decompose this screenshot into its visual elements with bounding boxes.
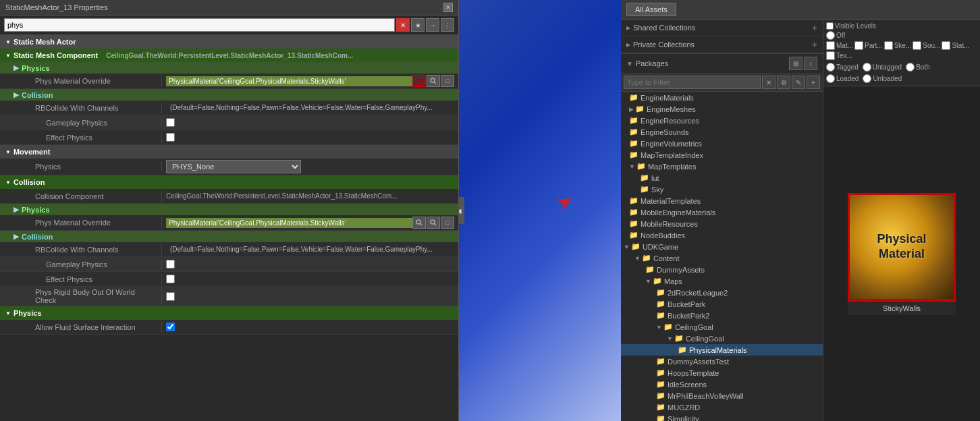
untagged-radio[interactable]: [863, 63, 871, 72]
tree-item-lut[interactable]: 📁 lut: [621, 172, 823, 184]
tree-item-bucketpark2[interactable]: 📁 BucketPark2: [621, 310, 823, 321]
browse-material-button[interactable]: [427, 75, 440, 87]
physics-dropdown[interactable]: PHYS_None: [166, 160, 301, 173]
effect-physics-checkbox[interactable]: [166, 133, 175, 142]
cb-main: ▶ Shared Collections + ▶ Private Collect…: [621, 20, 980, 421]
search-bookmark-button[interactable]: ★: [411, 18, 425, 32]
loaded-label[interactable]: Loaded: [826, 74, 859, 83]
tree-item-hoops-template[interactable]: 📁 HoopsTemplate: [621, 367, 823, 378]
static-mesh-actor-header[interactable]: ▼ Static Mesh Actor: [0, 35, 458, 49]
clear-material-button2[interactable]: □: [441, 217, 454, 229]
tree-item-maps[interactable]: ▼ 📁 Maps: [621, 275, 823, 287]
tree-item-idle-screens[interactable]: 📁 IdleScreens: [621, 378, 823, 390]
all-assets-button[interactable]: All Assets: [626, 3, 676, 16]
movement-section-header[interactable]: ▼ Movement: [0, 145, 458, 159]
close-button[interactable]: ✕: [443, 3, 453, 12]
sou-label[interactable]: Sou...: [913, 41, 940, 50]
use-selected-button[interactable]: [412, 75, 426, 87]
search-options-button[interactable]: ⋮: [441, 18, 454, 32]
tree-item-bucketpark[interactable]: 📁 BucketPark: [621, 298, 823, 310]
collision-subsection-header[interactable]: ▶ Collision: [0, 89, 458, 101]
filter-pencil-button[interactable]: ✎: [792, 76, 805, 89]
private-collections-add[interactable]: +: [812, 39, 817, 50]
gameplay-physics-checkbox[interactable]: [166, 118, 175, 127]
tagged-label[interactable]: Tagged: [826, 63, 859, 72]
filter-add-button[interactable]: +: [807, 76, 820, 89]
filter-input[interactable]: [624, 76, 761, 89]
tree-item-dummy-assets[interactable]: 📁 DummyAssets: [621, 264, 823, 275]
part-label[interactable]: Part...: [854, 41, 883, 50]
tex-checkbox[interactable]: [826, 51, 835, 60]
use-selected-button2[interactable]: [412, 217, 426, 229]
unloaded-radio[interactable]: [863, 74, 871, 83]
tree-item-content[interactable]: ▼ 📁 Content: [621, 252, 823, 264]
filter-options-button[interactable]: ⚙: [777, 76, 790, 89]
phys-rigid-body-checkbox[interactable]: [166, 292, 175, 301]
tree-item-engine-volumetrics[interactable]: 📁 EngineVolumetrics: [621, 138, 823, 149]
packages-label: Packages: [636, 59, 789, 67]
shared-collections-add[interactable]: +: [812, 22, 817, 33]
off-radio[interactable]: [826, 31, 835, 40]
tex-label[interactable]: Tex...: [826, 51, 852, 60]
stat-label[interactable]: Stat...: [942, 41, 969, 50]
clear-material-button[interactable]: □: [441, 75, 454, 87]
tree-item-engine-meshes[interactable]: ▶ 📁 EngineMeshes: [621, 103, 823, 115]
visible-levels-label[interactable]: Visible Levels: [826, 22, 876, 30]
effect-physics-checkbox2[interactable]: [166, 275, 175, 283]
tree-item-map-template-index[interactable]: 📁 MapTemplateIndex: [621, 149, 823, 161]
tree-item-udkgame[interactable]: ▼ 📁 UDKGame: [621, 241, 823, 252]
shared-collections-row[interactable]: ▶ Shared Collections +: [621, 20, 823, 36]
filter-clear-button[interactable]: ✕: [762, 76, 775, 89]
both-radio[interactable]: [906, 63, 915, 72]
tree-item-mugzrd[interactable]: 📁 MUGZRD: [621, 401, 823, 413]
mat-checkbox[interactable]: [826, 41, 835, 50]
mat-label[interactable]: Mat...: [826, 41, 853, 50]
tree-item-mrphil[interactable]: 📁 MrPhilBeachVolleyWall: [621, 390, 823, 401]
physics-subsection2-header[interactable]: ▶ Physics: [0, 204, 458, 215]
packages-sort-button[interactable]: ↕: [804, 57, 817, 70]
tree-item-physical-materials[interactable]: 📁 PhysicalMaterials: [621, 344, 823, 356]
tree-item-mobile-engine-materials[interactable]: 📁 MobileEngineMaterials: [621, 206, 823, 218]
both-label[interactable]: Both: [906, 63, 930, 72]
search-arrow-button[interactable]: →: [426, 18, 439, 32]
off-label[interactable]: Off: [826, 31, 845, 40]
search-input[interactable]: [4, 18, 395, 32]
tree-item-sky[interactable]: 📁 Sky: [621, 184, 823, 195]
tree-item-ceilinggoal-parent[interactable]: ▼ 📁 CeilingGoal: [621, 321, 823, 333]
packages-grid-button[interactable]: ⊞: [789, 57, 802, 70]
tree-item-engine-sounds[interactable]: 📁 EngineSounds: [621, 126, 823, 138]
tree-item-material-templates[interactable]: 📁 MaterialTemplates: [621, 195, 823, 206]
browse-material-button2[interactable]: [427, 217, 440, 229]
panel-titlebar: StaticMeshActor_13 Properties ✕: [0, 0, 458, 16]
unloaded-label[interactable]: Unloaded: [863, 74, 902, 83]
stat-checkbox[interactable]: [942, 41, 950, 50]
physics-subsection-header[interactable]: ▶ Physics: [0, 62, 458, 74]
viewport-nav-arrow[interactable]: ◀: [459, 197, 464, 224]
sou-checkbox[interactable]: [913, 41, 921, 50]
loaded-radio[interactable]: [826, 74, 835, 83]
tree-item-engine-materials[interactable]: 📁 EngineMaterials: [621, 92, 823, 103]
allow-fluid-checkbox[interactable]: [166, 322, 175, 331]
tree-item-ceilinggoal-child[interactable]: ▼ 📁 CeilingGoal: [621, 333, 823, 344]
collision-subsection2-header[interactable]: ▶ Collision: [0, 231, 458, 242]
clear-search-button[interactable]: ✕: [396, 18, 410, 32]
tree-item-2drocketleague2[interactable]: 📁 2dRocketLeague2: [621, 287, 823, 298]
visible-levels-checkbox[interactable]: [826, 22, 834, 30]
untagged-label[interactable]: Untagged: [863, 63, 902, 72]
tree-item-simplicity[interactable]: 📁 Simplicity: [621, 413, 823, 421]
tree-item-dummy-assets-test[interactable]: 📁 DummyAssetsTest: [621, 356, 823, 367]
tree-item-node-buddies[interactable]: 📁 NodeBuddies: [621, 229, 823, 241]
tree-item-engine-resources[interactable]: 📁 EngineResources: [621, 115, 823, 126]
tagged-radio[interactable]: [826, 63, 835, 72]
static-mesh-component-header[interactable]: ▼ Static Mesh Component CeilingGoal.TheW…: [0, 49, 458, 62]
part-checkbox[interactable]: [854, 41, 863, 50]
tree-item-map-templates[interactable]: ▼ 📁 MapTemplates: [621, 161, 823, 172]
gameplay-physics-checkbox2[interactable]: [166, 260, 175, 269]
collision-section-header[interactable]: ▼ Collision: [0, 175, 458, 189]
tree-item-mobile-resources[interactable]: 📁 MobileResources: [621, 218, 823, 229]
packages-header[interactable]: ▼ Packages ⊞ ↕: [621, 54, 823, 74]
ske-checkbox[interactable]: [884, 41, 893, 50]
private-collections-row[interactable]: ▶ Private Collections +: [621, 36, 823, 53]
ske-label[interactable]: Ske...: [884, 41, 912, 50]
physics-bottom-header[interactable]: ▼ Physics: [0, 306, 458, 320]
